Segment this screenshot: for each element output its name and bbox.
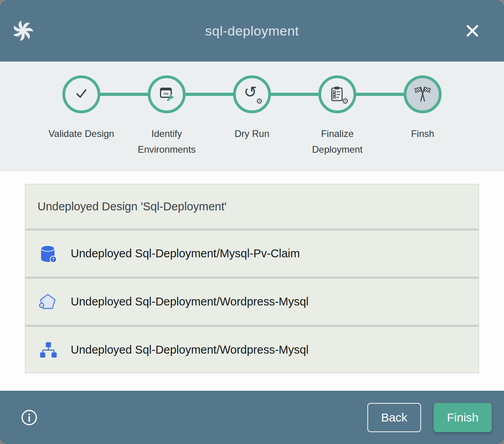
result-row-wordpress-mysql-1: Undeployed Sql-Deployment/Wordpress-Mysq… bbox=[25, 279, 479, 325]
stepper: Validate Design <> Ide bbox=[0, 62, 504, 171]
result-text: Undeployed Sql-Deployment/Wordpress-Mysq… bbox=[71, 343, 308, 356]
finish-button[interactable]: Finish bbox=[434, 403, 492, 432]
database-icon: ? bbox=[38, 244, 57, 263]
step-identify-environments: <> Identify Environments bbox=[124, 75, 209, 171]
svg-text:<>: <> bbox=[164, 91, 169, 96]
step-label: Dry Run bbox=[235, 126, 269, 142]
step-circle bbox=[62, 75, 100, 113]
step-label: Finalize Deployment bbox=[302, 126, 373, 157]
stepper-track: Validate Design <> Ide bbox=[39, 75, 465, 171]
step-dry-run: ↺ ⚙ Dry Run bbox=[209, 75, 295, 171]
step-label: Finsh bbox=[411, 126, 434, 142]
check-icon bbox=[73, 85, 90, 104]
clipboard-checklist-gear-icon: ⚙ bbox=[328, 85, 346, 103]
step-label: Validate Design bbox=[49, 126, 114, 142]
checkered-flags-icon bbox=[414, 84, 432, 104]
step-circle: ↺ ⚙ bbox=[233, 75, 271, 113]
step-circle: ⚙ bbox=[318, 75, 356, 113]
step-finish: Finsh bbox=[380, 75, 465, 171]
svg-text:?: ? bbox=[52, 257, 55, 262]
dialog-body: Undeployed Design 'Sql-Deployment' ? Und… bbox=[0, 171, 504, 391]
step-circle: <> bbox=[148, 75, 186, 113]
deployment-results-panel: Undeployed Design 'Sql-Deployment' ? Und… bbox=[25, 184, 479, 373]
back-button[interactable]: Back bbox=[367, 403, 421, 432]
result-row-design: Undeployed Design 'Sql-Deployment' bbox=[25, 184, 479, 229]
titlebar: sql-deployment bbox=[0, 0, 504, 62]
info-icon bbox=[21, 422, 38, 427]
step-finalize-deployment: ⚙ Finalize Deployment bbox=[295, 75, 380, 171]
result-text: Undeployed Design 'Sql-Deployment' bbox=[38, 200, 227, 213]
close-button[interactable] bbox=[463, 21, 482, 40]
hierarchy-icon bbox=[38, 341, 57, 360]
dialog-footer: Back Finish bbox=[0, 391, 504, 444]
code-window-wrench-icon: <> bbox=[158, 85, 175, 104]
footer-actions: Back Finish bbox=[367, 403, 492, 432]
dialog-title: sql-deployment bbox=[0, 23, 504, 39]
step-validate-design: Validate Design bbox=[39, 75, 124, 171]
info-button[interactable] bbox=[21, 409, 38, 426]
pentagon-shape-icon bbox=[38, 292, 57, 311]
result-row-pv-claim: ? Undeployed Sql-Deployment/Mysql-Pv-Cla… bbox=[25, 230, 479, 277]
dry-run-history-gear-icon: ↺ ⚙ bbox=[243, 85, 261, 103]
result-row-wordpress-mysql-2: Undeployed Sql-Deployment/Wordpress-Mysq… bbox=[25, 327, 479, 373]
step-circle bbox=[404, 75, 442, 113]
close-icon bbox=[463, 36, 482, 41]
deployment-wizard-dialog: sql-deployment Va bbox=[0, 0, 504, 444]
result-text: Undeployed Sql-Deployment/Mysql-Pv-Claim bbox=[71, 247, 300, 260]
result-text: Undeployed Sql-Deployment/Wordpress-Mysq… bbox=[71, 295, 308, 308]
step-label: Identify Environments bbox=[131, 126, 202, 157]
